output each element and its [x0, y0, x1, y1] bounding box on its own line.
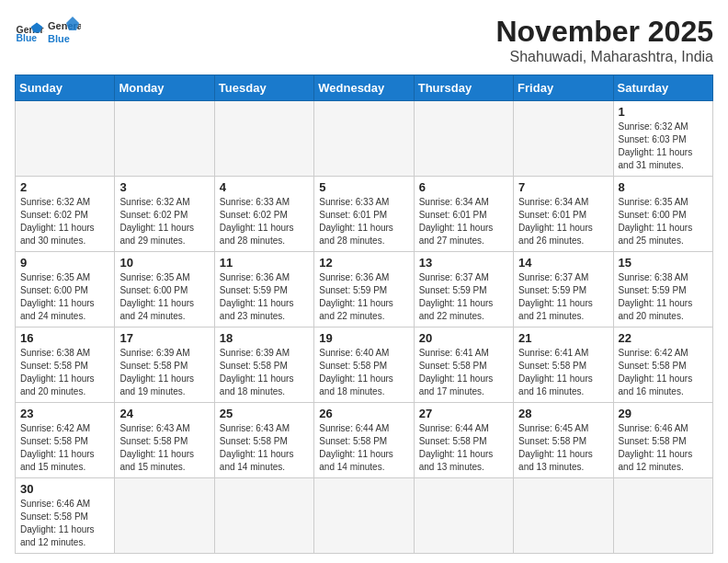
day-info: Sunrise: 6:38 AM Sunset: 5:59 PM Dayligh… — [619, 271, 708, 323]
svg-text:Blue: Blue — [48, 33, 70, 44]
generalblue-logo-graphic: General Blue — [48, 15, 81, 48]
calendar-table: SundayMondayTuesdayWednesdayThursdayFrid… — [15, 75, 713, 554]
calendar-cell — [214, 101, 313, 177]
day-info: Sunrise: 6:39 AM Sunset: 5:58 PM Dayligh… — [220, 347, 309, 398]
day-number: 28 — [518, 407, 608, 420]
calendar-cell: 25Sunrise: 6:43 AM Sunset: 5:58 PM Dayli… — [214, 403, 313, 478]
calendar-week-row: 23Sunrise: 6:42 AM Sunset: 5:58 PM Dayli… — [16, 403, 713, 478]
calendar-cell: 26Sunrise: 6:44 AM Sunset: 5:58 PM Dayli… — [314, 403, 414, 478]
day-number: 14 — [518, 256, 608, 270]
day-number: 23 — [20, 407, 109, 420]
day-info: Sunrise: 6:41 AM Sunset: 5:58 PM Dayligh… — [518, 347, 608, 398]
logo: General Blue General Blue — [15, 15, 81, 48]
day-info: Sunrise: 6:41 AM Sunset: 5:58 PM Dayligh… — [419, 347, 508, 398]
calendar-cell: 3Sunrise: 6:32 AM Sunset: 6:02 PM Daylig… — [115, 177, 214, 252]
logo-icon: General Blue — [15, 17, 44, 46]
day-number: 17 — [119, 331, 209, 345]
calendar-cell: 19Sunrise: 6:40 AM Sunset: 5:58 PM Dayli… — [314, 327, 414, 403]
day-info: Sunrise: 6:34 AM Sunset: 6:01 PM Dayligh… — [518, 196, 608, 247]
day-info: Sunrise: 6:35 AM Sunset: 6:00 PM Dayligh… — [619, 196, 708, 247]
calendar-cell — [314, 101, 414, 177]
calendar-cell — [314, 478, 414, 554]
svg-text:Blue: Blue — [17, 33, 38, 43]
calendar-cell: 2Sunrise: 6:32 AM Sunset: 6:02 PM Daylig… — [16, 177, 115, 252]
day-number: 2 — [20, 180, 109, 194]
day-number: 19 — [319, 331, 408, 345]
calendar-cell: 4Sunrise: 6:33 AM Sunset: 6:02 PM Daylig… — [214, 177, 313, 252]
calendar-cell — [514, 478, 613, 554]
day-number: 20 — [419, 331, 508, 345]
calendar-cell: 7Sunrise: 6:34 AM Sunset: 6:01 PM Daylig… — [514, 177, 613, 252]
day-number: 12 — [319, 256, 408, 270]
day-info: Sunrise: 6:33 AM Sunset: 6:01 PM Dayligh… — [319, 196, 408, 247]
calendar-cell — [214, 478, 313, 554]
calendar-cell — [115, 101, 214, 177]
calendar-cell — [16, 101, 115, 177]
day-number: 15 — [619, 256, 708, 270]
calendar-cell — [115, 478, 214, 554]
day-number: 21 — [518, 331, 608, 345]
calendar-cell: 1Sunrise: 6:32 AM Sunset: 6:03 PM Daylig… — [613, 101, 712, 177]
day-info: Sunrise: 6:33 AM Sunset: 6:02 PM Dayligh… — [220, 196, 309, 247]
page-header: General Blue General Blue November 2025 … — [15, 15, 713, 65]
calendar-cell: 6Sunrise: 6:34 AM Sunset: 6:01 PM Daylig… — [414, 177, 513, 252]
day-number: 29 — [619, 407, 708, 420]
day-info: Sunrise: 6:34 AM Sunset: 6:01 PM Dayligh… — [419, 196, 508, 247]
calendar-cell: 10Sunrise: 6:35 AM Sunset: 6:00 PM Dayli… — [115, 252, 214, 327]
title-block: November 2025 Shahuwadi, Maharashtra, In… — [495, 15, 713, 65]
calendar-cell: 18Sunrise: 6:39 AM Sunset: 5:58 PM Dayli… — [214, 327, 313, 403]
day-number: 25 — [220, 407, 309, 420]
calendar-cell: 14Sunrise: 6:37 AM Sunset: 5:59 PM Dayli… — [514, 252, 613, 327]
day-info: Sunrise: 6:32 AM Sunset: 6:03 PM Dayligh… — [619, 121, 708, 172]
day-info: Sunrise: 6:35 AM Sunset: 6:00 PM Dayligh… — [119, 271, 209, 323]
calendar-cell: 13Sunrise: 6:37 AM Sunset: 5:59 PM Dayli… — [414, 252, 513, 327]
day-number: 18 — [220, 331, 309, 345]
weekday-header-friday: Friday — [514, 75, 613, 101]
day-info: Sunrise: 6:42 AM Sunset: 5:58 PM Dayligh… — [619, 347, 708, 398]
day-info: Sunrise: 6:46 AM Sunset: 5:58 PM Dayligh… — [619, 422, 708, 474]
day-info: Sunrise: 6:46 AM Sunset: 5:58 PM Dayligh… — [20, 498, 109, 549]
day-info: Sunrise: 6:44 AM Sunset: 5:58 PM Dayligh… — [419, 422, 508, 474]
calendar-cell: 16Sunrise: 6:38 AM Sunset: 5:58 PM Dayli… — [16, 327, 115, 403]
calendar-week-row: 2Sunrise: 6:32 AM Sunset: 6:02 PM Daylig… — [16, 177, 713, 252]
day-number: 9 — [20, 256, 109, 270]
day-number: 4 — [220, 180, 309, 194]
day-number: 30 — [20, 482, 109, 496]
calendar-cell: 22Sunrise: 6:42 AM Sunset: 5:58 PM Dayli… — [613, 327, 712, 403]
day-number: 8 — [619, 180, 708, 194]
day-number: 3 — [119, 180, 209, 194]
calendar-cell — [514, 101, 613, 177]
day-number: 16 — [20, 331, 109, 345]
calendar-week-row: 16Sunrise: 6:38 AM Sunset: 5:58 PM Dayli… — [16, 327, 713, 403]
calendar-week-row: 1Sunrise: 6:32 AM Sunset: 6:03 PM Daylig… — [16, 101, 713, 177]
weekday-header-monday: Monday — [115, 75, 214, 101]
calendar-cell: 8Sunrise: 6:35 AM Sunset: 6:00 PM Daylig… — [613, 177, 712, 252]
day-info: Sunrise: 6:44 AM Sunset: 5:58 PM Dayligh… — [319, 422, 408, 474]
calendar-cell: 30Sunrise: 6:46 AM Sunset: 5:58 PM Dayli… — [16, 478, 115, 554]
weekday-header-wednesday: Wednesday — [314, 75, 414, 101]
calendar-cell: 29Sunrise: 6:46 AM Sunset: 5:58 PM Dayli… — [613, 403, 712, 478]
calendar-cell: 28Sunrise: 6:45 AM Sunset: 5:58 PM Dayli… — [514, 403, 613, 478]
day-info: Sunrise: 6:32 AM Sunset: 6:02 PM Dayligh… — [20, 196, 109, 247]
day-info: Sunrise: 6:32 AM Sunset: 6:02 PM Dayligh… — [119, 196, 209, 247]
weekday-header-sunday: Sunday — [16, 75, 115, 101]
weekday-header-thursday: Thursday — [414, 75, 513, 101]
calendar-cell: 20Sunrise: 6:41 AM Sunset: 5:58 PM Dayli… — [414, 327, 513, 403]
weekday-header-saturday: Saturday — [613, 75, 712, 101]
calendar-cell: 9Sunrise: 6:35 AM Sunset: 6:00 PM Daylig… — [16, 252, 115, 327]
calendar-cell: 21Sunrise: 6:41 AM Sunset: 5:58 PM Dayli… — [514, 327, 613, 403]
day-info: Sunrise: 6:43 AM Sunset: 5:58 PM Dayligh… — [220, 422, 309, 474]
day-info: Sunrise: 6:39 AM Sunset: 5:58 PM Dayligh… — [119, 347, 209, 398]
weekday-header-row: SundayMondayTuesdayWednesdayThursdayFrid… — [16, 75, 713, 101]
day-number: 11 — [220, 256, 309, 270]
day-info: Sunrise: 6:37 AM Sunset: 5:59 PM Dayligh… — [518, 271, 608, 323]
calendar-cell — [414, 478, 513, 554]
day-number: 22 — [619, 331, 708, 345]
calendar-cell: 27Sunrise: 6:44 AM Sunset: 5:58 PM Dayli… — [414, 403, 513, 478]
day-info: Sunrise: 6:45 AM Sunset: 5:58 PM Dayligh… — [518, 422, 608, 474]
calendar-cell: 24Sunrise: 6:43 AM Sunset: 5:58 PM Dayli… — [115, 403, 214, 478]
calendar-title: November 2025 — [495, 15, 713, 49]
day-number: 13 — [419, 256, 508, 270]
calendar-cell — [613, 478, 712, 554]
calendar-cell — [414, 101, 513, 177]
